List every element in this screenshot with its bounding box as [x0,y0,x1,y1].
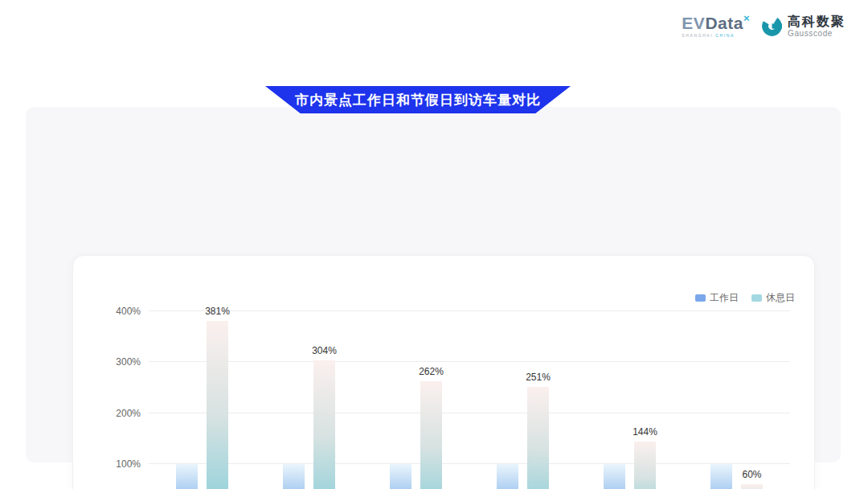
bar-workday-4 [604,464,625,489]
evdata-wordmark-data: Data [705,14,743,32]
chart-plot: 0%100%200%300%400%辰山植物园381%上海欢乐谷304%广富林2… [149,311,790,489]
legend-swatch-restday [751,294,762,302]
legend-item-workday[interactable]: 工作日 [695,291,739,305]
evdata-x-icon: × [743,12,750,24]
bar-restday-2 [420,381,442,489]
evdata-tagline-right: CHINA [715,33,735,38]
page-title: 市内景点工作日和节假日到访车量对比 [295,91,541,109]
title-banner: 市内景点工作日和节假日到访车量对比 [265,86,571,113]
evdata-tagline: SHANGHAI CHINA [682,34,750,38]
bar-workday-2 [390,464,411,489]
value-label-restday-4: 144% [633,426,657,438]
legend-swatch-workday [695,294,706,302]
y-axis-tick-300%: 300% [116,356,141,368]
chart-card: 工作日休息日 0%100%200%300%400%辰山植物园381%上海欢乐谷3… [72,255,815,489]
y-axis-tick-100%: 100% [116,458,141,470]
gausscode-text: 高科数聚 Gausscode [788,15,845,38]
legend-label-restday: 休息日 [766,291,795,305]
evdata-tagline-left: SHANGHAI [682,33,713,38]
bar-workday-1 [283,464,305,489]
gridline-300% [149,361,790,362]
evdata-logo: EVData× SHANGHAI CHINA [682,14,750,38]
legend-item-restday[interactable]: 休息日 [751,291,795,305]
bar-restday-5 [741,484,763,489]
gausscode-name-en: Gausscode [788,30,845,38]
evdata-wordmark: EVData× [682,14,750,31]
bar-restday-0 [207,321,228,489]
evdata-wordmark-ev: EV [682,14,705,32]
chart-panel: 工作日休息日 0%100%200%300%400%辰山植物园381%上海欢乐谷3… [26,107,841,462]
bar-restday-3 [527,387,549,489]
logo-area: EVData× SHANGHAI CHINA 高科数聚 Gausscode [682,14,845,38]
value-label-restday-5: 60% [742,469,761,480]
gridline-100% [149,463,790,464]
bar-restday-1 [313,360,335,489]
bar-workday-0 [176,464,198,489]
value-label-restday-3: 251% [526,372,551,383]
legend-label-workday: 工作日 [710,291,739,305]
gausscode-logo: 高科数聚 Gausscode [761,15,845,38]
gridline-400% [149,310,790,311]
gausscode-g-icon [761,15,783,37]
y-axis-tick-200%: 200% [116,408,141,419]
chart-legend: 工作日休息日 [695,291,795,305]
value-label-restday-1: 304% [312,345,337,356]
bar-workday-3 [497,464,518,489]
value-label-restday-0: 381% [205,306,230,317]
y-axis-tick-400%: 400% [116,306,141,317]
gausscode-name-cn: 高科数聚 [788,15,845,28]
value-label-restday-2: 262% [419,366,444,377]
bar-restday-4 [634,442,656,489]
bar-workday-5 [710,464,732,489]
gridline-200% [149,413,790,413]
